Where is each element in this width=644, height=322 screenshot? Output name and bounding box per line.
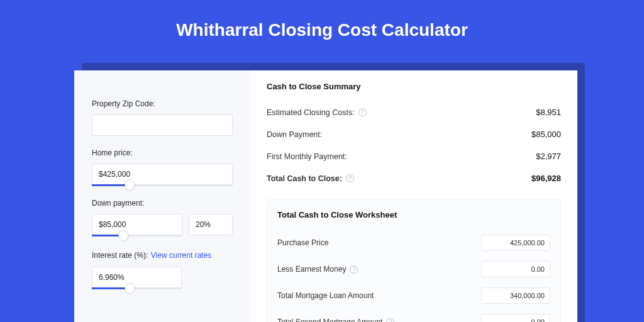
zip-field-group: Property Zip Code:: [92, 99, 233, 136]
page-title: Whitharral Closing Cost Calculator: [0, 0, 644, 55]
ws-mortgage-amount-input[interactable]: [481, 287, 550, 304]
rate-input[interactable]: [92, 267, 182, 288]
help-icon[interactable]: [346, 174, 354, 182]
ws-row-earnest-money: Less Earnest Money: [277, 256, 550, 282]
rate-slider-thumb[interactable]: [125, 284, 135, 293]
summary-value: $85,000: [531, 130, 561, 139]
summary-value: $2,977: [536, 152, 561, 161]
down-slider[interactable]: [92, 235, 182, 236]
ws-label-text: Less Earnest Money: [277, 265, 346, 274]
summary-label-text: Down Payment:: [267, 130, 322, 139]
down-amount-input[interactable]: [92, 214, 182, 235]
summary-title: Cash to Close Summary: [267, 82, 561, 91]
price-slider-wrap: [92, 164, 233, 186]
down-input-pair: [92, 214, 233, 235]
ws-label: Total Mortgage Loan Amount: [277, 291, 374, 300]
summary-label-text: Total Cash to Close:: [267, 174, 342, 183]
price-slider[interactable]: [92, 184, 233, 186]
results-panel: Cash to Close Summary Estimated Closing …: [250, 70, 577, 322]
worksheet-card: Total Cash to Close Worksheet Purchase P…: [267, 199, 561, 322]
price-slider-thumb[interactable]: [125, 180, 135, 190]
view-rates-link[interactable]: View current rates: [151, 251, 212, 260]
summary-row-down-payment: Down Payment: $85,000: [267, 123, 561, 145]
down-label: Down payment:: [92, 199, 233, 208]
summary-label-text: First Monthly Payment:: [267, 152, 347, 161]
price-label: Home price:: [92, 148, 233, 157]
down-slider-thumb[interactable]: [119, 231, 128, 240]
calculator-card: Property Zip Code: Home price: Down paym…: [74, 70, 577, 322]
summary-row-total-cash: Total Cash to Close: $96,928: [267, 167, 561, 189]
ws-label-text: Total Second Mortgage Amount: [277, 318, 382, 322]
rate-slider[interactable]: [92, 287, 182, 289]
summary-label: Down Payment:: [267, 130, 322, 139]
summary-row-closing-costs: Estimated Closing Costs: $8,951: [267, 101, 561, 123]
ws-label: Purchase Price: [277, 238, 328, 247]
inputs-panel: Property Zip Code: Home price: Down paym…: [74, 70, 250, 322]
down-field-group: Down payment:: [92, 199, 233, 236]
rate-field-group: Interest rate (%): View current rates: [92, 249, 233, 289]
summary-value: $96,928: [531, 174, 561, 183]
ws-earnest-money-input[interactable]: [481, 261, 550, 277]
ws-label: Less Earnest Money: [277, 265, 358, 274]
rate-slider-fill: [92, 287, 130, 289]
help-icon[interactable]: [358, 108, 367, 116]
rate-label: Interest rate (%):: [92, 251, 148, 260]
ws-label: Total Second Mortgage Amount: [277, 318, 394, 322]
worksheet-title: Total Cash to Close Worksheet: [277, 210, 550, 219]
price-slider-fill: [92, 184, 130, 186]
ws-second-mortgage-input[interactable]: [481, 314, 550, 322]
price-field-group: Home price:: [92, 148, 233, 186]
ws-purchase-price-input[interactable]: [481, 235, 550, 251]
ws-label-text: Total Mortgage Loan Amount: [277, 291, 374, 300]
help-icon[interactable]: [350, 265, 358, 274]
price-input[interactable]: [92, 164, 233, 185]
help-icon[interactable]: [386, 318, 394, 323]
ws-row-mortgage-amount: Total Mortgage Loan Amount: [277, 282, 550, 309]
summary-label: Estimated Closing Costs:: [267, 108, 367, 117]
rate-slider-wrap: [92, 267, 233, 289]
summary-label: Total Cash to Close:: [267, 174, 354, 183]
summary-label: First Monthly Payment:: [267, 152, 347, 161]
ws-row-second-mortgage: Total Second Mortgage Amount: [277, 309, 550, 322]
summary-row-first-monthly: First Monthly Payment: $2,977: [267, 145, 561, 167]
zip-label: Property Zip Code:: [92, 99, 233, 108]
down-percent-input[interactable]: [189, 214, 233, 235]
summary-label-text: Estimated Closing Costs:: [267, 108, 355, 117]
down-slider-wrap: [92, 214, 233, 236]
ws-label-text: Purchase Price: [277, 238, 328, 247]
rate-label-row: Interest rate (%): View current rates: [92, 249, 233, 260]
summary-value: $8,951: [536, 108, 561, 117]
ws-row-purchase-price: Purchase Price: [277, 230, 550, 256]
zip-input[interactable]: [92, 114, 233, 136]
